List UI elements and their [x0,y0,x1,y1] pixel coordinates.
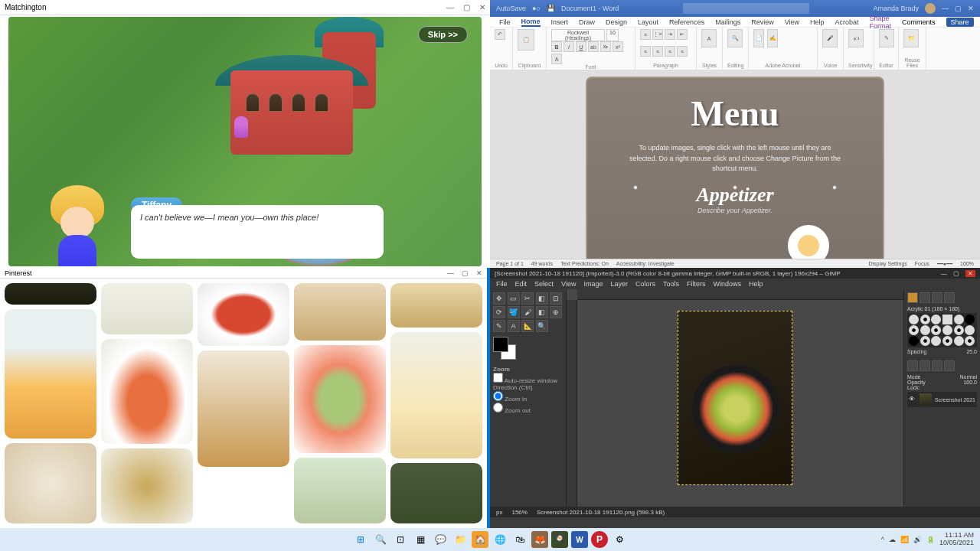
brush-preset[interactable] [954,336,964,346]
text-tool[interactable]: A [508,320,520,332]
save-icon[interactable]: 💾 [547,5,555,12]
auto-resize-check[interactable] [493,373,503,383]
tab-draw[interactable]: Draw [579,18,595,26]
sensitivity-icon[interactable]: 🏷 [848,29,864,47]
zoom-slider[interactable]: ━━●━━ [937,261,952,267]
start-button[interactable]: ⊞ [352,531,369,548]
chat-icon[interactable]: 💬 [432,531,449,548]
brush-preset[interactable] [909,325,919,335]
dictate-icon[interactable]: 🎤 [822,29,838,47]
pin-item[interactable] [294,345,386,453]
pin-item[interactable] [5,443,96,523]
tab-view[interactable]: View [785,18,799,26]
dialog-box[interactable]: I can't believe we—I mean you—own this p… [131,205,384,259]
chevron-up-icon[interactable]: ^ [881,536,884,543]
predictions-status[interactable]: Text Predictions: On [560,261,609,266]
brush-preset[interactable] [942,336,952,346]
brush-preset[interactable] [965,315,975,324]
settings-taskbar-icon[interactable]: ⚙ [611,531,628,548]
pin-item[interactable] [294,458,386,523]
styles-icon[interactable]: A [701,29,717,47]
brushes-tab[interactable] [907,292,918,303]
fg-bg-colors[interactable] [493,337,518,361]
tab-file[interactable]: File [499,18,511,26]
user-name[interactable]: Amanda Brady [873,5,919,12]
menu-view[interactable]: View [561,280,576,288]
tab-review[interactable]: Review [751,18,774,26]
underline-button[interactable]: U [576,41,586,52]
skip-button[interactable]: Skip >> [418,26,468,43]
reuse-icon[interactable]: 📁 [903,29,919,47]
italic-button[interactable]: I [564,41,574,52]
appetizer-image[interactable] [788,225,829,259]
undo-icon[interactable]: ↶ [495,29,505,40]
pin-grid[interactable] [0,279,487,528]
font-size-combo[interactable]: 10 [606,29,619,41]
pinterest-titlebar[interactable]: Pinterest — ▢ ✕ [0,268,487,279]
search-box[interactable] [683,3,809,14]
tab-layout[interactable]: Layout [638,18,658,26]
menu-windows[interactable]: Windows [713,280,741,288]
gimp-taskbar-icon[interactable]: 🦊 [531,531,548,548]
menu-image[interactable]: Image [583,280,603,288]
move-tool[interactable]: ✥ [493,292,505,305]
editing-icon[interactable]: 🔍 [727,29,743,47]
unit-combo[interactable]: px [496,509,502,516]
min-button[interactable]: — [447,269,454,277]
pin-item[interactable] [390,463,482,523]
free-select-tool[interactable]: ✂ [521,292,534,305]
pin-item[interactable] [5,309,96,439]
brush-preset[interactable] [920,315,930,324]
focus-mode[interactable]: Focus [915,261,929,267]
minimize-button[interactable]: — [446,3,454,11]
display-settings[interactable]: Display Settings [869,261,907,267]
tab-home[interactable]: Home [521,18,541,27]
pin-item[interactable] [101,448,193,523]
avatar[interactable] [925,3,936,14]
brush-preset[interactable] [920,336,930,346]
path-tool[interactable]: ✎ [493,320,505,332]
signatures-icon[interactable]: ✍ [767,29,778,47]
brush-preset[interactable] [942,325,952,335]
brush-preset[interactable] [909,315,919,324]
tab-help[interactable]: Help [810,18,825,26]
brush-preset[interactable] [954,325,964,335]
volume-icon[interactable]: 🔊 [913,536,922,543]
bucket-tool[interactable]: 🪣 [508,306,520,318]
pin-item[interactable] [101,283,193,334]
edge-icon[interactable]: 🌐 [492,531,508,548]
canvas[interactable] [567,289,903,507]
paste-icon[interactable]: 📋 [518,29,534,51]
pin-item[interactable] [5,283,96,305]
window-close[interactable]: ✕ [968,5,974,12]
editor-icon[interactable]: ✎ [879,29,894,47]
maximize-button[interactable]: ▢ [463,3,470,11]
autosave-toggle[interactable]: AutoSave [496,5,526,12]
menu-select[interactable]: Select [534,280,554,288]
transform-tool[interactable]: ◧ [536,292,548,305]
measure-tool[interactable]: 📐 [521,320,534,332]
zoom-tool[interactable]: 🔍 [536,320,548,332]
pin-item[interactable] [101,339,193,444]
game-viewport[interactable]: Skip >> Tiffany I can't believe we—I mea… [8,17,482,266]
adobe-pdf-icon[interactable]: 📄 [753,29,764,47]
align-left-icon[interactable]: ≡ [640,46,651,57]
brush-preset[interactable] [965,325,975,335]
crop-tool[interactable]: ⊡ [550,292,562,305]
menu-filters[interactable]: Filters [687,280,706,288]
accessibility-status[interactable]: Accessibility: Investigate [616,261,675,266]
menu-layer[interactable]: Layer [610,280,628,288]
image-taskbar-icon[interactable]: 🍳 [551,531,568,548]
clone-tool[interactable]: ⊕ [550,306,562,318]
document-area[interactable]: Menu To update images, single click with… [490,70,980,259]
page-indicator[interactable]: Page 1 of 1 [496,261,524,266]
brush-preset[interactable] [931,325,941,335]
mode-combo[interactable]: Normal [959,374,977,380]
max-icon[interactable]: ▢ [953,270,959,277]
brush-preset[interactable] [931,336,941,346]
onedrive-icon[interactable]: ☁ [889,536,896,543]
brush-preset[interactable] [965,336,975,346]
ruler-horizontal[interactable] [577,289,903,300]
pin-item[interactable] [390,332,482,458]
pin-item[interactable] [390,283,482,328]
